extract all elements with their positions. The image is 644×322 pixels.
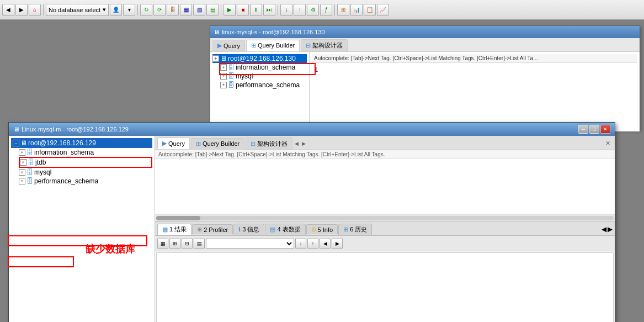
main-tree-perf-schema[interactable]: + 🗄 performance_schema bbox=[19, 177, 152, 186]
bottom-btn-3[interactable]: ⊟ bbox=[182, 239, 193, 249]
toolbar-stop-btn[interactable]: ■ bbox=[237, 4, 249, 16]
background-window: 🖥 linux-mysql-s - root@192.168.126.130 ▶… bbox=[210, 25, 640, 130]
toolbar-back-btn[interactable]: ◀ bbox=[2, 4, 14, 16]
main-tree-info-schema[interactable]: + 🗄 information_schema bbox=[19, 148, 152, 157]
tab-prev-btn[interactable]: ◀ bbox=[294, 141, 300, 146]
toolbar-db-btn[interactable]: 🗄 bbox=[167, 4, 179, 16]
main-tree-children: + 🗄 information_schema + 🗄 jtdb bbox=[19, 148, 152, 186]
bg-editor-area[interactable]: 1 bbox=[312, 63, 637, 76]
close-button[interactable]: ✕ bbox=[600, 125, 610, 134]
minimize-button[interactable]: ─ bbox=[578, 125, 588, 134]
scroll-thumb[interactable] bbox=[156, 216, 200, 220]
main-area: 🖥 linux-mysql-s - root@192.168.126.130 ▶… bbox=[0, 20, 644, 322]
bottom-tab-results[interactable]: ▦ 1 结果 bbox=[157, 224, 191, 235]
expand-2-icon: + bbox=[220, 82, 227, 88]
bg-window-title: linux-mysql-s - root@192.168.126.130 bbox=[222, 29, 325, 35]
bottom-btn-8[interactable]: ▶ bbox=[332, 239, 343, 249]
toolbar-user-arrow-btn[interactable]: ▾ bbox=[123, 4, 135, 16]
bottom-tab-info2[interactable]: ⊙ 5 Info bbox=[306, 224, 338, 234]
tabledata-icon: ▤ bbox=[270, 226, 275, 233]
bg-tab-querybuilder[interactable]: ⊞ Query Builder bbox=[246, 40, 300, 51]
database-dropdown-label: No database select bbox=[49, 7, 100, 13]
sep2 bbox=[137, 4, 138, 15]
bg-tab-query[interactable]: ▶ Query bbox=[212, 40, 245, 51]
bg-autocomplete-hint: Autocomplete: [Tab]->Next Tag. [Ctrl+Spa… bbox=[312, 54, 637, 63]
tab-close-btn[interactable]: ✕ bbox=[603, 140, 613, 147]
bg-editor-panel: Autocomplete: [Tab]->Next Tag. [Ctrl+Spa… bbox=[310, 52, 640, 131]
tab-query[interactable]: ▶ Query bbox=[157, 138, 190, 149]
bg-tree-item-1[interactable]: + 🗄 mysql bbox=[220, 72, 307, 81]
toolbar-connect-btn[interactable]: ⟳ bbox=[153, 4, 166, 16]
bottom-btn-7[interactable]: ◀ bbox=[320, 239, 331, 249]
schema-icon: ⊟ bbox=[306, 42, 311, 49]
bottom-tab-prev[interactable]: ◀ bbox=[602, 225, 606, 233]
left-tree: - 🖥 root@192.168.126.129 + 🗄 information… bbox=[9, 136, 155, 322]
toolbar-proc-btn[interactable]: ⚙ bbox=[307, 4, 319, 16]
query-content[interactable] bbox=[155, 159, 615, 214]
toolbar-table-btn[interactable]: ▦ bbox=[180, 4, 192, 16]
tab-schema-designer[interactable]: ⊟ 架构设计器 bbox=[246, 138, 292, 150]
mysql-expand-icon: + bbox=[19, 169, 25, 176]
main-tree-mysql[interactable]: + 🗄 mysql bbox=[19, 168, 152, 177]
query-hint: Autocomplete: [Tab]->Next Tag. [Ctrl+Spa… bbox=[155, 150, 615, 159]
bottom-tab-history[interactable]: ⊞ 6 历史 bbox=[338, 224, 372, 235]
info-tab-label: 3 信息 bbox=[242, 225, 259, 234]
bg-tree-root[interactable]: + 🖥 root@192.168.126.130 bbox=[212, 54, 307, 63]
main-tree-root[interactable]: - 🖥 root@192.168.126.129 bbox=[11, 138, 152, 148]
toolbar-step-btn[interactable]: ⏭ bbox=[263, 4, 275, 16]
toolbar-report-btn[interactable]: 📋 bbox=[364, 4, 376, 16]
tab-next-btn[interactable]: ▶ bbox=[301, 141, 307, 146]
bottom-tab-profiler[interactable]: ⊕ 2 Profiler bbox=[192, 224, 233, 234]
bg-tree-item-2-label: performance_schema bbox=[236, 81, 300, 89]
bottom-result-area bbox=[156, 252, 614, 322]
bottom-btn-2[interactable]: ⊞ bbox=[169, 239, 180, 249]
results-tab-label: 1 结果 bbox=[169, 225, 187, 234]
toolbar-user-btn[interactable]: 👤 bbox=[110, 4, 122, 16]
toolbar-table2-btn[interactable]: ▧ bbox=[193, 4, 205, 16]
toolbar-play-btn[interactable]: ▶ bbox=[223, 4, 236, 16]
info2-icon: ⊙ bbox=[311, 226, 316, 233]
main-window-title: Linux-mysql-m - root@192.168.126.129 bbox=[22, 126, 129, 133]
bg-tab-querybuilder-label: Query Builder bbox=[258, 42, 295, 49]
toolbar-grid-btn[interactable]: ⊞ bbox=[337, 4, 349, 16]
close-icon: ✕ bbox=[603, 126, 608, 132]
toolbar-chart-btn[interactable]: 📊 bbox=[350, 4, 363, 16]
bottom-tab-next[interactable]: ▶ bbox=[608, 225, 613, 233]
bottom-dropdown[interactable] bbox=[206, 239, 294, 249]
info-schema-label: information_schema bbox=[34, 149, 94, 156]
right-tab-bar: ▶ Query ⊞ Query Builder ⊟ 架构设计器 ◀ ▶ ✕ bbox=[155, 136, 615, 150]
toolbar-export-btn[interactable]: ↑ bbox=[294, 4, 306, 16]
jtdb-label: jtdb bbox=[35, 159, 46, 166]
bottom-btn-5[interactable]: ↓ bbox=[295, 239, 306, 249]
toolbar-report2-btn[interactable]: 📈 bbox=[377, 4, 389, 16]
bottom-btn-4[interactable]: ▤ bbox=[194, 239, 205, 249]
bg-tree-item-0[interactable]: + 🗄 information_schema bbox=[220, 63, 307, 72]
toolbar-import-btn[interactable]: ↓ bbox=[280, 4, 292, 16]
horizontal-scrollbar[interactable] bbox=[155, 214, 615, 221]
toolbar-fwd-btn[interactable]: ▶ bbox=[15, 4, 28, 16]
mysql-label: mysql bbox=[34, 168, 51, 176]
toolbar-home-btn[interactable]: ⌂ bbox=[29, 4, 41, 16]
bg-tab-schema[interactable]: ⊟ 架构设计器 bbox=[301, 39, 348, 51]
title-bar-controls: ─ □ ✕ bbox=[578, 125, 610, 134]
bg-tree-children: + 🗄 information_schema + 🗄 mysql + 🗄 per… bbox=[220, 63, 307, 89]
bottom-btn-6[interactable]: ↑ bbox=[307, 239, 318, 249]
bottom-tab-info[interactable]: ℹ 3 信息 bbox=[233, 224, 264, 235]
perf-expand-icon: + bbox=[19, 178, 25, 184]
toolbar-view-btn[interactable]: ▤ bbox=[206, 4, 219, 16]
tab-query-builder[interactable]: ⊞ Query Builder bbox=[191, 138, 244, 149]
bg-tree-item-2[interactable]: + 🗄 performance_schema bbox=[220, 81, 307, 89]
bottom-btn-1[interactable]: ▦ bbox=[157, 239, 168, 249]
scroll-track bbox=[156, 216, 614, 220]
tree-root-wrapper: - 🖥 root@192.168.126.129 bbox=[11, 138, 152, 148]
database-dropdown[interactable]: No database select ▾ bbox=[46, 4, 109, 16]
bottom-tab-tabledata[interactable]: ▤ 4 表数据 bbox=[265, 224, 305, 235]
toolbar-pause-btn[interactable]: ⏸ bbox=[250, 4, 262, 16]
bg-tree-panel: + 🖥 root@192.168.126.130 + 🗄 information… bbox=[210, 52, 310, 131]
main-tree-jtdb[interactable]: + 🗄 jtdb bbox=[19, 157, 152, 168]
title-bar-left: 🖥 Linux-mysql-m - root@192.168.126.129 bbox=[13, 126, 129, 133]
toolbar-func-btn[interactable]: ƒ bbox=[320, 4, 332, 16]
toolbar-refresh-btn[interactable]: ↻ bbox=[140, 4, 152, 16]
bg-window-icon: 🖥 bbox=[214, 29, 220, 35]
restore-button[interactable]: □ bbox=[589, 125, 599, 134]
